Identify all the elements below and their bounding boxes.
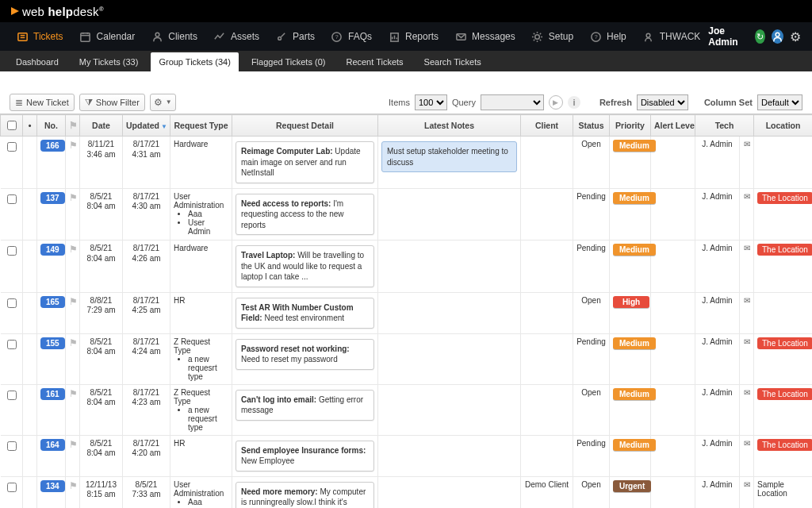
table-row[interactable]: 164⚑8/5/218:04 am8/17/214:20 amHRSend em…	[1, 435, 813, 476]
col-request-detail[interactable]: Request Detail	[232, 115, 378, 137]
current-user-name[interactable]: Joe Admin	[708, 25, 744, 48]
row-checkbox[interactable]	[7, 246, 17, 256]
nav-thwack[interactable]: THWACK	[634, 22, 709, 51]
flag-icon[interactable]: ⚑	[69, 439, 78, 450]
nav-calendar[interactable]: Calendar	[71, 22, 144, 51]
request-detail[interactable]: Reimage Computer Lab: Update main image …	[236, 141, 374, 183]
query-info-button[interactable]: i	[568, 96, 580, 109]
request-detail[interactable]: Need access to reports: I'm requesting a…	[236, 194, 374, 236]
nav-reports[interactable]: Reports	[380, 22, 446, 51]
status-online-icon[interactable]: ↻	[755, 29, 765, 44]
ticket-number-badge[interactable]: 165	[40, 296, 65, 308]
items-select[interactable]: 100	[415, 94, 447, 110]
table-row[interactable]: 165⚑8/8/217:29 am8/17/214:25 amHRTest AR…	[1, 292, 813, 333]
mail-icon[interactable]: ✉	[744, 480, 750, 489]
ticket-number-badge[interactable]: 155	[40, 337, 65, 349]
nav-setup[interactable]: Setup	[523, 22, 581, 51]
col-updated[interactable]: Updated▼	[123, 115, 170, 137]
col-client[interactable]: Client	[521, 115, 573, 137]
query-select[interactable]	[481, 94, 544, 110]
subtab-recent-tickets[interactable]: Recent Tickets	[338, 52, 411, 71]
col-alert-level[interactable]: Alert Level	[651, 115, 695, 137]
client-cell: Demo Client	[521, 476, 573, 508]
subtab-group-tickets-34-[interactable]: Group Tickets (34)	[151, 52, 238, 71]
flag-icon[interactable]: ⚑	[69, 140, 78, 151]
mail-icon[interactable]: ✉	[744, 439, 750, 448]
table-row[interactable]: 149⚑8/5/218:04 am8/17/214:26 amHardwareT…	[1, 241, 813, 293]
nav-assets[interactable]: Assets	[205, 22, 267, 51]
col-flag[interactable]: ⚑	[66, 115, 80, 137]
subtab-flagged-tickets-0-[interactable]: Flagged Tickets (0)	[243, 52, 334, 71]
request-detail[interactable]: Send employee Insurance forms: New Emplo…	[236, 441, 374, 471]
row-checkbox[interactable]	[7, 340, 17, 349]
mail-icon[interactable]: ✉	[744, 192, 750, 201]
flag-icon[interactable]: ⚑	[69, 296, 78, 307]
col-tech[interactable]: Tech	[695, 115, 754, 137]
nav-parts[interactable]: Parts	[267, 22, 323, 51]
gear-menu-button[interactable]: ⚙ ▼	[150, 94, 176, 111]
ticket-number-badge[interactable]: 164	[40, 439, 65, 451]
columnset-select[interactable]: Default	[757, 94, 802, 110]
nav-messages[interactable]: Messages	[446, 22, 523, 51]
subtab-my-tickets-33-[interactable]: My Tickets (33)	[71, 52, 147, 71]
col-location[interactable]: Location	[754, 115, 812, 137]
col-priority[interactable]: Priority	[610, 115, 651, 137]
ticket-number-badge[interactable]: 137	[40, 192, 65, 204]
select-all-checkbox[interactable]	[7, 121, 17, 130]
request-detail[interactable]: Password reset not working: Need to rese…	[236, 339, 374, 370]
show-filter-button[interactable]: ⧩ Show Filter	[79, 94, 145, 111]
row-checkbox[interactable]	[7, 483, 17, 492]
mail-icon[interactable]: ✉	[744, 244, 750, 252]
ticket-number-badge[interactable]: 166	[40, 140, 65, 152]
nav-label: Clients	[168, 31, 197, 42]
table-row[interactable]: 155⚑8/5/218:04 am8/17/214:24 amZ Request…	[1, 333, 813, 384]
flag-icon[interactable]: ⚑	[69, 192, 78, 203]
refresh-select[interactable]: Disabled	[637, 94, 688, 110]
col-no[interactable]: No.	[37, 115, 66, 137]
table-row[interactable]: 137⚑8/5/218:04 am8/17/214:30 amUser Admi…	[1, 188, 813, 241]
flag-icon[interactable]: ⚑	[69, 337, 78, 348]
flag-icon[interactable]: ⚑	[69, 480, 78, 491]
subtab-search-tickets[interactable]: Search Tickets	[416, 52, 489, 71]
new-ticket-button[interactable]: ≣ New Ticket	[10, 94, 75, 111]
ticket-number-badge[interactable]: 134	[40, 480, 65, 492]
ticket-number-badge[interactable]: 161	[40, 388, 65, 400]
mail-icon[interactable]: ✉	[744, 388, 750, 397]
flag-icon[interactable]: ⚑	[69, 388, 78, 399]
request-detail[interactable]: Need more memory: My computer is running…	[236, 482, 374, 509]
request-detail[interactable]: Can't log into email: Getting error mess…	[236, 390, 374, 421]
latest-note[interactable]: Must setup stakeholder meeting to discus…	[381, 141, 517, 172]
row-checkbox[interactable]	[7, 194, 17, 204]
calendar-icon	[79, 30, 92, 43]
col-status[interactable]: Status	[573, 115, 610, 137]
mail-icon[interactable]: ✉	[744, 337, 750, 346]
nav-tickets[interactable]: Tickets	[8, 22, 71, 51]
run-query-button[interactable]: ▶	[549, 95, 563, 110]
row-checkbox[interactable]	[7, 441, 17, 451]
user-avatar-icon[interactable]	[772, 29, 783, 44]
mail-icon[interactable]: ✉	[744, 296, 750, 305]
row-checkbox[interactable]	[7, 298, 17, 308]
col-latest-notes[interactable]: Latest Notes	[378, 115, 521, 137]
request-detail[interactable]: Test AR With Number Custom Field: Need t…	[236, 298, 374, 329]
table-row[interactable]: 166⚑8/11/213:46 am8/17/214:31 amHardware…	[1, 137, 813, 189]
funnel-icon: ⧩	[85, 97, 93, 108]
nav-clients[interactable]: Clients	[143, 22, 205, 51]
table-row[interactable]: 161⚑8/5/218:04 am8/17/214:23 amZ Request…	[1, 384, 813, 435]
flag-icon[interactable]: ⚑	[69, 244, 78, 255]
ticket-number-badge[interactable]: 149	[40, 244, 65, 256]
col-spacer[interactable]: •	[23, 115, 37, 137]
col-request-type[interactable]: Request Type	[170, 115, 232, 137]
row-checkbox[interactable]	[7, 142, 17, 152]
col-date[interactable]: Date	[80, 115, 123, 137]
request-detail[interactable]: Travel Laptop: Will be travelling to the…	[236, 245, 374, 287]
subtab-dashboard[interactable]: Dashboard	[8, 52, 67, 71]
nav-help[interactable]: ?Help	[581, 22, 634, 51]
row-checkbox[interactable]	[7, 391, 17, 400]
mail-icon[interactable]: ✉	[744, 140, 750, 148]
nav-label: Reports	[405, 31, 439, 42]
nav-faqs[interactable]: ?FAQs	[323, 22, 380, 51]
settings-gear-icon[interactable]: ⚙	[790, 29, 801, 44]
table-row[interactable]: 134⚑12/11/138:15 am8/5/217:33 amUser Adm…	[1, 476, 813, 508]
col-checkbox[interactable]	[1, 115, 23, 137]
